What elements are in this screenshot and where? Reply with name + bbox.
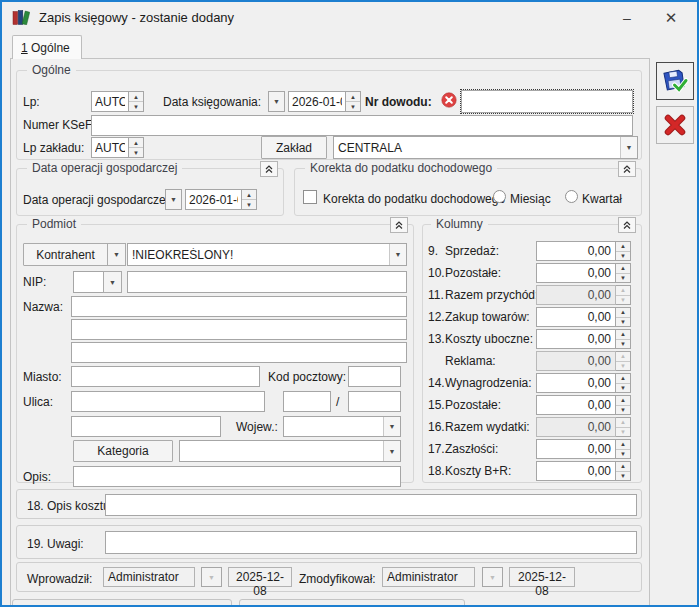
spin-down-icon[interactable]: ▼ bbox=[242, 200, 256, 209]
kolumny-row-value[interactable]: 0,00 bbox=[536, 461, 616, 481]
spin-up-icon[interactable]: ▲ bbox=[616, 242, 630, 252]
spin-up-icon[interactable]: ▲ bbox=[616, 462, 630, 472]
spin-down-icon[interactable]: ▼ bbox=[616, 450, 630, 459]
adres-dodatkowy-input[interactable] bbox=[71, 416, 221, 437]
kontrahent-split-arrow[interactable]: ▼ bbox=[107, 243, 126, 266]
collapse-button[interactable] bbox=[618, 161, 636, 177]
spin-up-icon[interactable]: ▲ bbox=[129, 138, 143, 148]
spin-up-icon[interactable]: ▲ bbox=[616, 374, 630, 384]
kategoria-combo[interactable]: ▼ bbox=[179, 440, 401, 462]
korekta-checkbox[interactable] bbox=[303, 190, 317, 204]
spin-down-icon[interactable]: ▼ bbox=[616, 340, 630, 349]
zaklad-combo-arrow[interactable]: ▼ bbox=[620, 137, 637, 158]
kontrahent-button[interactable]: Kontrahent bbox=[23, 243, 108, 266]
kolumny-row-value[interactable]: 0,00 bbox=[536, 241, 616, 261]
spin-down-icon[interactable]: ▼ bbox=[346, 102, 360, 111]
spin-down-icon[interactable]: ▼ bbox=[616, 472, 630, 481]
lp-spinner[interactable]: ▲▼ bbox=[129, 91, 144, 112]
wojew-combo-arrow[interactable]: ▼ bbox=[383, 417, 400, 436]
data-operacji-dropdown-button[interactable]: ▼ bbox=[165, 189, 182, 210]
kolumny-row: 14.Wynagrodzenia:0,00▲▼ bbox=[423, 373, 641, 393]
kategoria-combo-arrow[interactable]: ▼ bbox=[383, 441, 400, 461]
data-ksiegowania-dropdown-button[interactable]: ▼ bbox=[268, 91, 285, 112]
spin-up-icon[interactable]: ▲ bbox=[616, 396, 630, 406]
zaklad-combo[interactable]: CENTRALA ▼ bbox=[333, 136, 638, 159]
spin-up-icon[interactable]: ▲ bbox=[616, 330, 630, 340]
radio-kwartal[interactable] bbox=[565, 190, 578, 203]
kolumny-row-spinner[interactable]: ▲▼ bbox=[616, 307, 631, 327]
spin-up-icon[interactable]: ▲ bbox=[129, 92, 143, 102]
cancel-x-icon bbox=[662, 112, 688, 138]
radio-miesiac[interactable] bbox=[493, 190, 506, 203]
nip-input[interactable] bbox=[127, 271, 407, 293]
spin-up-icon[interactable]: ▲ bbox=[346, 92, 360, 102]
kolumny-row-label: Razem wydatki: bbox=[445, 420, 530, 434]
nip-prefix-arrow[interactable]: ▼ bbox=[103, 271, 122, 293]
spin-up-icon[interactable]: ▲ bbox=[616, 308, 630, 318]
spin-up-icon[interactable]: ▲ bbox=[616, 440, 630, 450]
kolumny-row-value[interactable]: 0,00 bbox=[536, 263, 616, 283]
data-operacji-input[interactable] bbox=[185, 189, 242, 210]
nazwa-input-3[interactable] bbox=[71, 342, 407, 363]
kategoria-button[interactable]: Kategoria bbox=[73, 440, 173, 462]
lp-zakladu-input[interactable] bbox=[91, 137, 129, 158]
data-ksiegowania-spinner[interactable]: ▲▼ bbox=[346, 91, 361, 112]
wojew-combo[interactable]: ▼ bbox=[283, 416, 401, 437]
kolumny-row-spinner[interactable]: ▲▼ bbox=[616, 373, 631, 393]
lp-input[interactable] bbox=[91, 91, 129, 112]
save-button[interactable] bbox=[656, 62, 694, 100]
group-korekta: Korekta do podatku dochodowego Korekta d… bbox=[294, 168, 642, 216]
collapse-button[interactable] bbox=[390, 217, 408, 233]
lp-label: Lp: bbox=[23, 95, 40, 109]
kontrahent-combo[interactable]: !NIEOKREŚLONY! ▼ bbox=[127, 243, 407, 266]
minimize-button[interactable]: – bbox=[609, 5, 645, 30]
opis-input[interactable] bbox=[73, 466, 401, 487]
nr-domu-input[interactable] bbox=[283, 391, 331, 412]
data-ksiegowania-input[interactable] bbox=[288, 91, 346, 112]
nazwa-input-2[interactable] bbox=[71, 319, 407, 340]
kolumny-row-value[interactable]: 0,00 bbox=[536, 395, 616, 415]
kolumny-row-spinner[interactable]: ▲▼ bbox=[616, 461, 631, 481]
kolumny-row-spinner[interactable]: ▲▼ bbox=[616, 439, 631, 459]
collapse-button[interactable] bbox=[260, 161, 278, 177]
kolumny-row-number: 16. bbox=[428, 420, 445, 434]
kolumny-row-value[interactable]: 0,00 bbox=[536, 373, 616, 393]
spin-down-icon[interactable]: ▼ bbox=[616, 318, 630, 327]
collapse-button[interactable] bbox=[618, 217, 636, 233]
kontrahent-combo-arrow[interactable]: ▼ bbox=[389, 244, 406, 265]
spin-up-icon[interactable]: ▲ bbox=[616, 264, 630, 274]
lp-zakladu-spinner[interactable]: ▲▼ bbox=[129, 137, 144, 158]
uwagi-input[interactable] bbox=[105, 531, 637, 554]
kolumny-row-spinner[interactable]: ▲▼ bbox=[616, 395, 631, 415]
kolumny-row-value[interactable]: 0,00 bbox=[536, 329, 616, 349]
cancel-button[interactable] bbox=[656, 106, 694, 144]
spin-down-icon[interactable]: ▼ bbox=[616, 252, 630, 261]
opis-kosztu-input[interactable] bbox=[105, 494, 637, 516]
kolumny-row-spinner[interactable]: ▲▼ bbox=[616, 329, 631, 349]
nip-prefix-input[interactable] bbox=[73, 271, 104, 293]
ulica-input[interactable] bbox=[71, 391, 265, 412]
spin-down-icon[interactable]: ▼ bbox=[129, 148, 143, 157]
kod-pocztowy-input[interactable] bbox=[348, 366, 401, 387]
numer-ksef-input[interactable] bbox=[91, 115, 633, 136]
group-kolumny: Kolumny 9.Sprzedaż:0,00▲▼10.Pozostałe:0,… bbox=[422, 224, 642, 483]
spin-down-icon[interactable]: ▼ bbox=[616, 274, 630, 283]
spin-up-icon[interactable]: ▲ bbox=[242, 190, 256, 200]
kolumny-row-value[interactable]: 0,00 bbox=[536, 307, 616, 327]
miasto-input[interactable] bbox=[71, 366, 260, 387]
zaklad-button[interactable]: Zakład bbox=[261, 136, 327, 159]
nazwa-input-1[interactable] bbox=[71, 296, 407, 317]
nr-dowodu-input[interactable] bbox=[461, 90, 633, 113]
zmodyfikowal-user: Administrator bbox=[382, 567, 475, 587]
kolumny-row-spinner[interactable]: ▲▼ bbox=[616, 241, 631, 261]
spin-down-icon[interactable]: ▼ bbox=[129, 102, 143, 111]
kolumny-row-value[interactable]: 0,00 bbox=[536, 439, 616, 459]
spin-down-icon[interactable]: ▼ bbox=[616, 406, 630, 415]
spin-down-icon[interactable]: ▼ bbox=[616, 384, 630, 393]
tab-ogolne[interactable]: 1 Ogólne bbox=[12, 35, 82, 59]
nr-lokalu-input[interactable] bbox=[348, 391, 401, 412]
close-button[interactable]: ✕ bbox=[653, 5, 689, 30]
chevrons-up-icon bbox=[622, 220, 632, 230]
data-operacji-spinner[interactable]: ▲▼ bbox=[242, 189, 257, 210]
kolumny-row-spinner[interactable]: ▲▼ bbox=[616, 263, 631, 283]
